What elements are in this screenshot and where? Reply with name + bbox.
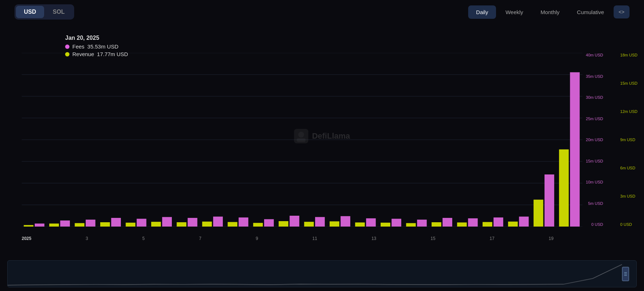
usd-button[interactable]: USD [16, 6, 44, 18]
range-handle-lines [624, 272, 627, 276]
x-label: 13 [372, 236, 376, 241]
x-label: 7 [199, 236, 202, 241]
bar-chart [22, 53, 582, 227]
fees-row: Fees 35.53m USD [65, 43, 128, 50]
range-handle-right[interactable] [622, 267, 629, 281]
time-controls: Daily Weekly Monthly Cumulative <> [468, 5, 630, 19]
y-right-label: 0 USD [620, 222, 632, 227]
y-left-label: 35m USD [586, 74, 603, 79]
x-label: 9 [256, 236, 258, 241]
y-axis-right: 18m USD15m USD12m USD9m USD6m USD3m USD0… [617, 53, 640, 227]
x-label: 19 [549, 236, 554, 241]
fees-label: Fees [72, 43, 84, 50]
range-selector [7, 260, 637, 287]
embed-button[interactable]: <> [614, 5, 630, 18]
chart-area: Jan 20, 2025 Fees 35.53m USD Revenue 17.… [0, 24, 644, 248]
top-bar: USD SOL Daily Weekly Monthly Cumulative … [0, 0, 644, 24]
y-left-label: 10m USD [586, 180, 603, 184]
tooltip-box: Jan 20, 2025 Fees 35.53m USD Revenue 17.… [65, 35, 128, 59]
handle-line-3 [624, 275, 627, 276]
currency-toggle: USD SOL [14, 4, 74, 20]
y-left-label: 30m USD [586, 95, 603, 100]
sol-button[interactable]: SOL [45, 6, 73, 18]
revenue-label: Revenue [72, 51, 94, 57]
revenue-dot [65, 52, 69, 56]
x-label: 2025 [22, 236, 31, 241]
y-left-label: 0 USD [592, 222, 603, 227]
revenue-row: Revenue 17.77m USD [65, 51, 128, 57]
y-left-label: 25m USD [586, 117, 603, 121]
y-left-label: 20m USD [586, 138, 603, 142]
y-left-label: 15m USD [586, 159, 603, 163]
weekly-button[interactable]: Weekly [497, 5, 531, 19]
y-right-label: 12m USD [620, 109, 637, 114]
x-label: 3 [86, 236, 88, 241]
y-left-label: 5m USD [588, 201, 603, 206]
y-right-label: 15m USD [620, 81, 637, 85]
x-label: 11 [312, 236, 317, 241]
x-axis: 202535791113151719 [22, 236, 608, 241]
fees-value: 35.53m USD [87, 43, 118, 50]
monthly-button[interactable]: Monthly [533, 5, 568, 19]
y-right-label: 3m USD [620, 194, 635, 198]
x-label: 5 [142, 236, 145, 241]
x-label: 15 [431, 236, 435, 241]
mini-chart [8, 261, 636, 287]
y-axis-left: 40m USD35m USD30m USD25m USD20m USD15m U… [583, 53, 606, 227]
revenue-value: 17.77m USD [97, 51, 128, 57]
y-right-label: 9m USD [620, 138, 635, 142]
y-left-label: 40m USD [586, 53, 603, 57]
handle-line-1 [624, 272, 627, 273]
x-label: 17 [490, 236, 494, 241]
y-right-label: 18m USD [620, 53, 637, 57]
daily-button[interactable]: Daily [468, 5, 496, 19]
fees-dot [65, 45, 69, 49]
y-right-label: 6m USD [620, 166, 635, 170]
tooltip-date: Jan 20, 2025 [65, 35, 128, 41]
handle-line-2 [624, 274, 627, 274]
cumulative-button[interactable]: Cumulative [569, 5, 612, 19]
